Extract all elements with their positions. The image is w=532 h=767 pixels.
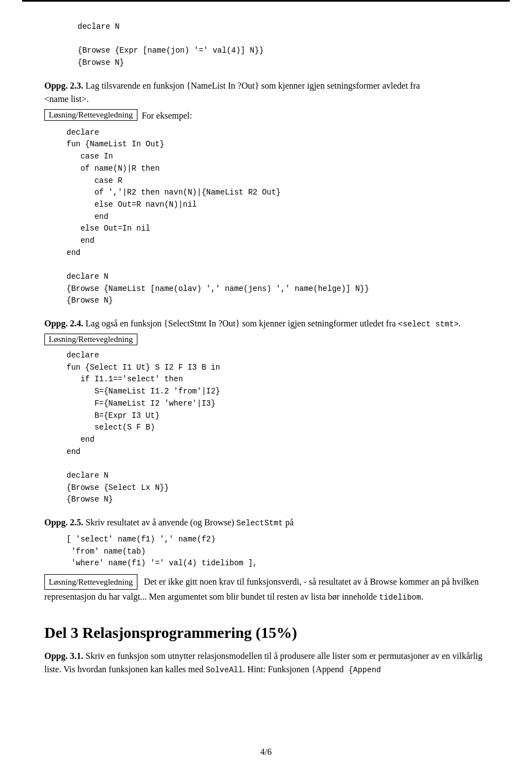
oppg-2-4-solution-label: Løsning/Rettevegledning (44, 334, 137, 345)
oppg-2-3-solution-text: For eksempel: (142, 109, 192, 122)
intro-code-block: declare N {Browse {Expr [name(jon) '=' v… (78, 21, 488, 69)
oppg-3-1-text: Skriv en funksjon som utnytter relasjons… (44, 651, 483, 674)
oppg-2-4-section: Oppg. 2.4. Lag også en funksjon {SelectS… (44, 317, 488, 506)
page-footer: 4/6 (0, 747, 532, 757)
oppg-2-4-code: declare fun {Select I1 Ut} S I2 F I3 B i… (66, 350, 488, 506)
oppg-2-3-solution-header: Løsning/Rettevegledning For eksempel: (44, 109, 488, 122)
oppg-3-1-inline-code: SolveAll (206, 666, 243, 674)
oppg-2-3-solution-label: Løsning/Rettevegledning (44, 109, 137, 121)
del3-section: Del 3 Relasjonsprogrammering (15%) Oppg.… (44, 624, 488, 676)
oppg-2-4-solution-header: Løsning/Rettevegledning (44, 334, 488, 345)
oppg-2-3-text: Lag tilsvarende en funksjon {NameList In… (44, 81, 420, 104)
oppg-2-5-line: Oppg. 2.5. Skriv resultatet av å anvende… (44, 516, 488, 529)
oppg-2-5-inline-code: SelectStmt (237, 519, 283, 528)
oppg-2-5-label: Oppg. 2.5. (44, 518, 83, 527)
oppg-2-3-label: Oppg. 2.3. (44, 81, 83, 90)
del3-heading: Del 3 Relasjonsprogrammering (15%) (44, 624, 488, 642)
oppg-2-5-solution-inline-code: tidelibom (379, 593, 421, 602)
intro-section: declare N {Browse {Expr [name(jon) '=' v… (44, 21, 488, 69)
oppg-2-3-code: declare fun {NameList In Out} case In of… (66, 127, 488, 307)
oppg-3-1-line: Oppg. 3.1. Skriv en funksjon som utnytte… (44, 650, 488, 676)
oppg-2-4-line: Oppg. 2.4. Lag også en funksjon {SelectS… (44, 317, 488, 330)
page-container: declare N {Browse {Expr [name(jon) '=' v… (0, 0, 532, 767)
top-border (22, 0, 510, 2)
oppg-2-4-text: Lag også en funksjon {SelectStmt In ?Out… (85, 319, 461, 328)
oppg-3-1-label: Oppg. 3.1. (44, 651, 83, 661)
oppg-2-4-label: Oppg. 2.4. (44, 319, 83, 328)
oppg-3-1-append-code: {Append (344, 666, 381, 674)
oppg-2-3-line: Oppg. 2.3. Lag tilsvarende en funksjon {… (44, 79, 488, 106)
page-number: 4/6 (260, 747, 272, 756)
oppg-2-5-section: Oppg. 2.5. Skriv resultatet av å anvende… (44, 516, 488, 604)
oppg-2-3-section: Oppg. 2.3. Lag tilsvarende en funksjon {… (44, 79, 488, 307)
oppg-2-5-solution: Løsning/Rettevegledning Det er ikke gitt… (44, 574, 488, 604)
oppg-2-5-code-block: [ 'select' name(f1) ',' name(f2) 'from' … (66, 534, 488, 570)
oppg-2-5-text: Skriv resultatet av å anvende (og Browse… (85, 518, 293, 527)
oppg-2-5-solution-label: Løsning/Rettevegledning (44, 574, 137, 590)
oppg-2-4-inline-code: <select stmt> (398, 320, 458, 329)
